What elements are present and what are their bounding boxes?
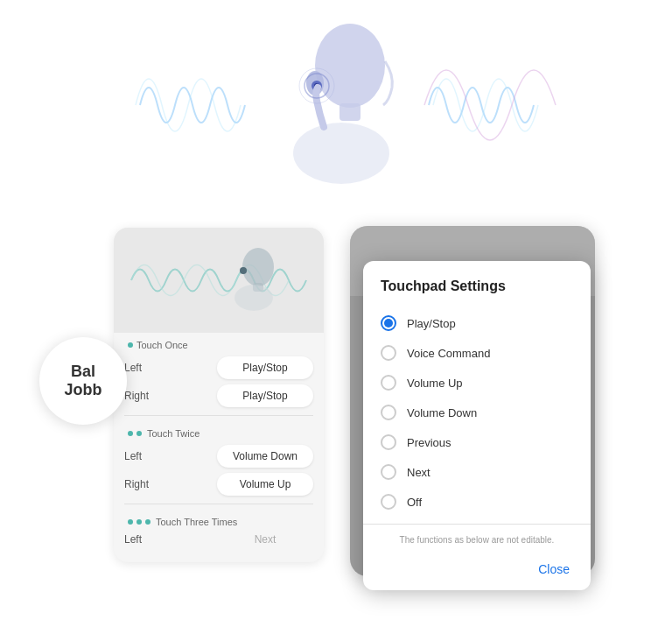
dot-three-3 xyxy=(145,519,150,525)
touch-three-left-value: Next xyxy=(217,533,313,546)
radio-previous xyxy=(381,434,396,450)
radio-voice-command xyxy=(381,345,396,361)
touch-once-right-row: Right Play/Stop xyxy=(114,382,324,410)
dialog-footer: Close xyxy=(363,552,591,590)
touch-twice-right-btn[interactable]: Volume Up xyxy=(217,473,313,496)
touch-once-label: Touch Once xyxy=(114,333,324,354)
option-volume-down[interactable]: Volume Down xyxy=(363,398,591,427)
option-label-off: Off xyxy=(407,496,422,509)
overlay-line1: Bal xyxy=(71,363,95,381)
option-label-previous: Previous xyxy=(407,436,452,449)
svg-point-11 xyxy=(240,267,247,274)
option-voice-command[interactable]: Voice Command xyxy=(363,338,591,368)
overlay-line2: Jobb xyxy=(65,381,102,399)
dialog-close-button[interactable]: Close xyxy=(531,559,577,580)
option-label-volume-down: Volume Down xyxy=(407,406,477,419)
dialog-divider xyxy=(363,524,591,525)
option-label-next: Next xyxy=(407,466,430,479)
touch-three-label: Touch Three Times xyxy=(114,510,324,531)
dialog-footer-note: The functions as below are not editable. xyxy=(363,532,591,552)
option-label-volume-up: Volume Up xyxy=(407,377,463,390)
dot-three-1 xyxy=(128,519,133,525)
option-play-stop[interactable]: Play/Stop xyxy=(363,308,591,338)
touch-twice-right-row: Right Volume Up xyxy=(114,470,324,498)
hero-illustration xyxy=(0,0,672,210)
language-overlay: Bal Jobb xyxy=(39,337,127,425)
dialog-title: Touchpad Settings xyxy=(363,278,591,308)
radio-volume-up xyxy=(381,375,396,391)
touch-twice-left-row: Left Volume Down xyxy=(114,442,324,470)
touch-twice-left-btn[interactable]: Volume Down xyxy=(217,445,313,468)
dot-twice-2 xyxy=(136,431,142,436)
card-illustration xyxy=(114,228,324,333)
radio-volume-down xyxy=(381,405,396,420)
radio-off xyxy=(381,494,396,510)
dot-twice-1 xyxy=(128,431,133,436)
option-next[interactable]: Next xyxy=(363,457,591,487)
divider-1 xyxy=(124,415,313,416)
svg-rect-1 xyxy=(340,103,360,121)
option-volume-up[interactable]: Volume Up xyxy=(363,368,591,398)
touch-once-left-btn[interactable]: Play/Stop xyxy=(217,356,313,379)
touch-twice-label: Touch Twice xyxy=(114,421,324,442)
option-label-play-stop: Play/Stop xyxy=(407,317,456,330)
svg-point-2 xyxy=(293,123,389,184)
divider-2 xyxy=(124,504,313,504)
dot-once xyxy=(128,342,133,348)
touch-once-left-row: Left Play/Stop xyxy=(114,354,324,382)
touchpad-settings-dialog: Touchpad Settings Play/Stop Voice Comman… xyxy=(363,261,591,590)
radio-play-stop xyxy=(381,315,396,331)
option-previous[interactable]: Previous xyxy=(363,427,591,457)
dot-three-2 xyxy=(136,519,142,525)
radio-next xyxy=(381,464,396,480)
option-label-voice-command: Voice Command xyxy=(407,347,490,360)
svg-point-10 xyxy=(234,285,273,311)
touch-three-left-row: Left Next xyxy=(114,531,324,548)
option-off[interactable]: Off xyxy=(363,487,591,517)
radio-inner-play-stop xyxy=(384,319,393,328)
touch-once-right-btn[interactable]: Play/Stop xyxy=(217,384,313,407)
svg-point-8 xyxy=(242,248,274,286)
left-settings-card: Touch Once Left Play/Stop Right Play/Sto… xyxy=(114,228,324,562)
